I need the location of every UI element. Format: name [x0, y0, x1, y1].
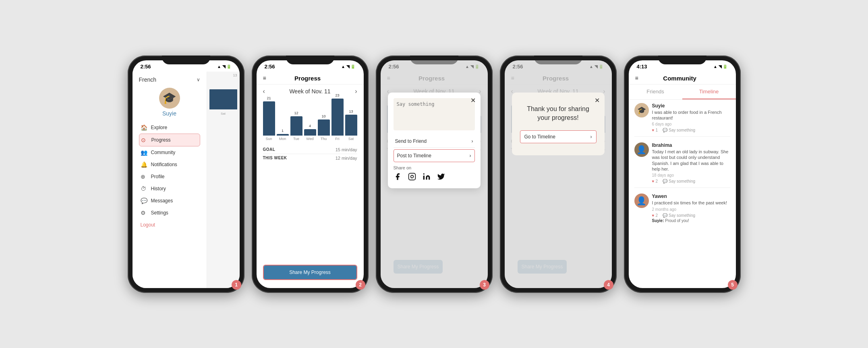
linkedin-icon[interactable] — [423, 173, 431, 183]
feed-actions-ibrahima: ♥ 2 💬 Say something — [652, 179, 730, 183]
thankyou-overlay: ✕ Thank you for sharing your progress! G… — [505, 60, 612, 288]
page-header-2: ≡ Progress — [257, 72, 364, 84]
sidebar-item-profile[interactable]: ⊕ Profile — [139, 171, 200, 183]
page-title-2: Progress — [266, 75, 349, 82]
sidebar-username: Suyie — [162, 110, 176, 117]
bar-fill-thu — [318, 119, 330, 136]
phone4-badge: 4 — [604, 280, 613, 290]
bar-col-mon: 1 Mon — [277, 129, 289, 141]
tab-friends[interactable]: Friends — [629, 84, 682, 99]
say-something-btn-suyie[interactable]: 💬 Say something — [663, 128, 695, 132]
chevron-right-icon-2: › — [470, 153, 471, 159]
phone1-badge: 1 — [232, 280, 241, 290]
status-icons-2: ▲ ◥ 🔋 — [341, 64, 355, 69]
feed-actions-suyie: ♥ 1 💬 Say something — [652, 128, 730, 132]
instagram-icon[interactable] — [408, 173, 416, 183]
phone1-screen: 2:56 ▲ ◥ 🔋 French ∨ 🎓 Suyie — [133, 60, 240, 288]
say-something-label-yawen: Say something — [669, 213, 695, 218]
post-to-timeline-option[interactable]: Post to Timeline › — [394, 149, 475, 162]
status-icons-5: ▲ ◥ 🔋 — [713, 64, 727, 69]
say-something-btn-ibrahima[interactable]: 💬 Say something — [663, 179, 695, 183]
logout-button[interactable]: Logout — [139, 219, 200, 229]
sidebar-item-community[interactable]: 👥 Community — [139, 146, 200, 159]
hamburger-icon-5[interactable]: ≡ — [635, 75, 638, 81]
mini-bar-chart — [207, 79, 240, 111]
svg-rect-0 — [408, 173, 415, 180]
bar-col-fri: 23 Fri — [331, 93, 344, 141]
say-something-btn-yawen[interactable]: 💬 Say something — [663, 213, 695, 218]
phone1: 2:56 ▲ ◥ 🔋 French ∨ 🎓 Suyie — [128, 56, 244, 293]
week-prev-btn-2[interactable]: ‹ — [263, 88, 265, 95]
chevron-down-icon: ∨ — [197, 77, 200, 82]
feed-content-ibrahima: Ibrahima Today I met an old lady in subw… — [652, 142, 730, 183]
send-to-friend-option[interactable]: Send to Friend › — [394, 135, 475, 148]
community-icon: 👥 — [141, 149, 147, 156]
community-feed: 🎓 Suyie I was able to order food in a Fr… — [629, 100, 736, 288]
like-count-yawen: 2 — [655, 213, 658, 218]
tab-friends-label: Friends — [646, 89, 664, 95]
send-to-friend-label: Send to Friend — [395, 138, 427, 144]
week-label-2: Week of Nov. 11 — [289, 88, 330, 95]
comment-icon-ibrahima: 💬 — [663, 179, 667, 183]
feed-actions-yawen: ♥ 2 💬 Say something — [652, 213, 730, 218]
phone4-screen: 2:56 ▲ ◥ 🔋 ≡ Progress ‹ Week of Nov. 11 … — [505, 60, 612, 288]
thankyou-close-btn[interactable]: ✕ — [595, 97, 600, 104]
goal-value-2: 15 min/day — [336, 147, 357, 152]
time-2: 2:56 — [265, 64, 275, 70]
modal-message-input[interactable] — [394, 98, 475, 130]
comment-text: Proud of you! — [665, 218, 689, 223]
thisweek-row-2: THIS WEEK 12 min/day — [263, 154, 357, 162]
mini-bar-item — [209, 89, 237, 109]
feed-post-suyie: 🎓 Suyie I was able to order food in a Fr… — [634, 103, 730, 137]
feed-content-yawen: Yawen I practiced six times for the past… — [652, 194, 730, 222]
time-1: 2:56 — [141, 64, 151, 70]
sidebar-item-history[interactable]: ⏱ History — [139, 183, 200, 195]
bar-col-sat: 13 Sat — [345, 109, 357, 141]
feed-content-suyie: Suyie I was able to order food in a Fren… — [652, 103, 730, 133]
bar-fill-tue — [290, 116, 302, 136]
sidebar-language-selector[interactable]: French ∨ — [139, 76, 200, 84]
go-timeline-label: Go to Timeline — [524, 134, 555, 140]
history-icon: ⏱ — [141, 185, 147, 192]
phone2-wrapper: 2:56 ▲ ◥ 🔋 ≡ Progress ‹ Week of Nov. 11 … — [252, 56, 369, 293]
bar-col-wed: 4 Wed — [304, 124, 316, 141]
goal-row-2: GOAL 15 min/day — [263, 146, 357, 154]
bell-icon: 🔔 — [141, 161, 147, 168]
bar-chart-2: 21 Sun 1 Mon 12 Tue — [257, 98, 364, 142]
notch5 — [658, 56, 706, 64]
phone4: 2:56 ▲ ◥ 🔋 ≡ Progress ‹ Week of Nov. 11 … — [500, 56, 617, 293]
bar-fill-mon — [277, 134, 289, 136]
hamburger-icon-2[interactable]: ≡ — [263, 75, 266, 81]
sidebar-item-progress[interactable]: ⊙ Progress — [139, 134, 200, 146]
like-btn-suyie[interactable]: ♥ 1 — [652, 128, 658, 132]
comment-icon-yawen: 💬 — [663, 213, 667, 218]
phone5-screen: 4:13 ▲ ◥ 🔋 ≡ Community Friends Timeline — [629, 60, 736, 288]
time-5: 4:13 — [637, 64, 647, 70]
modal-close-btn[interactable]: ✕ — [470, 97, 476, 104]
go-to-timeline-btn[interactable]: Go to Timeline › — [520, 130, 597, 143]
facebook-icon[interactable] — [394, 173, 402, 183]
phone1-wrapper: 2:56 ▲ ◥ 🔋 French ∨ 🎓 Suyie — [128, 56, 244, 293]
like-btn-yawen[interactable]: ♥ 2 — [652, 213, 658, 218]
like-btn-ibrahima[interactable]: ♥ 2 — [652, 179, 658, 183]
feed-name-suyie: Suyie — [652, 103, 730, 109]
bar-col-thu: 10 Thu — [318, 114, 330, 141]
sidebar-item-notifications[interactable]: 🔔 Notifications — [139, 159, 200, 171]
twitter-icon[interactable] — [437, 173, 445, 183]
feed-post-yawen: 👤 Yawen I practiced six times for the pa… — [634, 194, 730, 227]
phone4-wrapper: 2:56 ▲ ◥ 🔋 ≡ Progress ‹ Week of Nov. 11 … — [500, 56, 617, 293]
sidebar-item-settings[interactable]: ⚙ Settings — [139, 207, 200, 219]
phone5: 4:13 ▲ ◥ 🔋 ≡ Community Friends Timeline — [624, 56, 741, 293]
share-progress-btn-2[interactable]: Share My Progress — [264, 266, 356, 279]
phone2-screen: 2:56 ▲ ◥ 🔋 ≡ Progress ‹ Week of Nov. 11 … — [257, 60, 364, 288]
feed-name-ibrahima: Ibrahima — [652, 142, 730, 148]
settings-icon: ⚙ — [141, 210, 147, 216]
week-next-btn-2[interactable]: › — [355, 88, 357, 95]
sidebar-item-explore[interactable]: 🏠 Explore — [139, 121, 200, 134]
sidebar-item-messages[interactable]: 💬 Messages — [139, 195, 200, 207]
sidebar-label-settings: Settings — [151, 210, 168, 216]
sidebar-language-label: French — [139, 76, 157, 83]
stats-section-2: GOAL 15 min/day THIS WEEK 12 min/day — [257, 142, 364, 165]
share-modal-box: ✕ Send to Friend › Post to Timeline › Sh… — [388, 93, 481, 188]
tab-timeline[interactable]: Timeline — [682, 84, 736, 99]
